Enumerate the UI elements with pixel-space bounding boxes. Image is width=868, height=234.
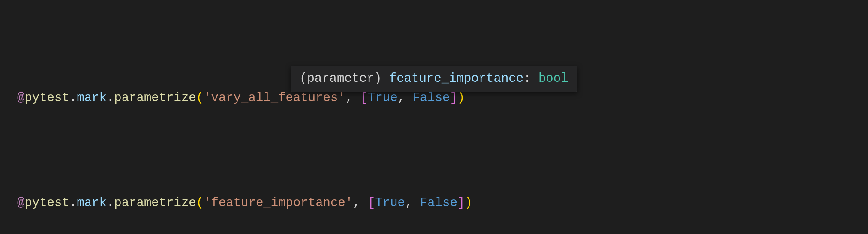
open-paren: ( — [196, 91, 204, 105]
decorator-module: pytest — [24, 91, 69, 105]
code-editor[interactable]: @pytest.mark.parametrize('vary_all_featu… — [0, 0, 868, 234]
constant-true: True — [368, 91, 398, 105]
string-literal: 'feature_importance' — [204, 196, 353, 210]
constant-false: False — [412, 91, 450, 105]
close-paren: ) — [457, 91, 465, 105]
decorator-module: pytest — [24, 196, 69, 210]
comma: , — [353, 196, 368, 210]
decorator-func: parametrize — [114, 91, 196, 105]
tooltip-paren: ) — [374, 72, 389, 86]
dot: . — [69, 91, 77, 105]
constant-false: False — [420, 196, 457, 210]
tooltip-param-name: feature_importance — [389, 72, 523, 86]
comma: , — [345, 91, 360, 105]
string-literal: 'vary_all_features' — [204, 91, 345, 105]
close-bracket: ] — [450, 91, 457, 105]
open-paren: ( — [196, 196, 204, 210]
hover-tooltip: (parameter) feature_importance: bool — [291, 66, 577, 92]
dot: . — [69, 196, 77, 210]
constant-true: True — [375, 196, 405, 210]
comma: , — [405, 196, 420, 210]
decorator-at: @ — [17, 91, 24, 105]
tooltip-colon: : — [523, 72, 538, 86]
close-bracket: ] — [457, 196, 465, 210]
decorator-attr: mark — [77, 196, 107, 210]
dot: . — [107, 91, 114, 105]
comma: , — [398, 91, 413, 105]
decorator-func: parametrize — [114, 196, 196, 210]
open-bracket: [ — [360, 91, 368, 105]
close-paren: ) — [465, 196, 472, 210]
code-line[interactable]: @pytest.mark.parametrize('feature_import… — [17, 192, 868, 213]
tooltip-type: bool — [538, 72, 568, 86]
tooltip-kind: parameter — [307, 72, 374, 86]
open-bracket: [ — [368, 196, 375, 210]
decorator-at: @ — [17, 196, 24, 210]
dot: . — [107, 196, 114, 210]
decorator-attr: mark — [77, 91, 107, 105]
tooltip-paren: ( — [300, 72, 307, 86]
